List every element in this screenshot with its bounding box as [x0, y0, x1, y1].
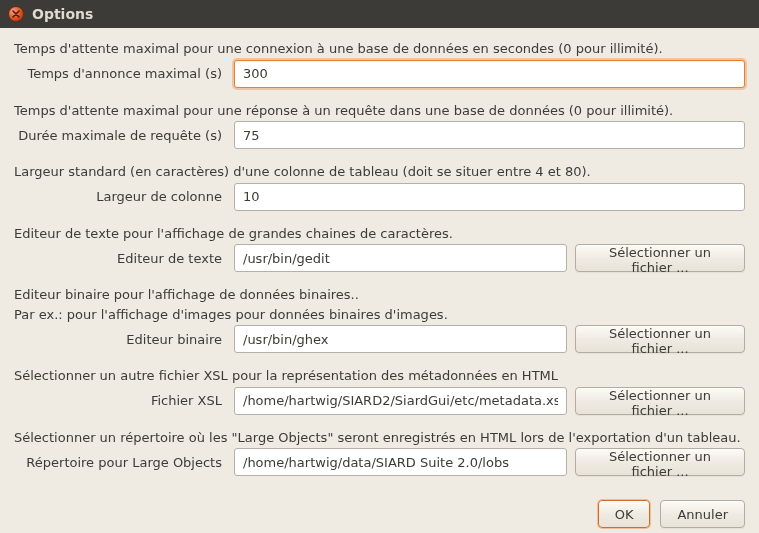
titlebar: Options	[0, 0, 759, 28]
cancel-button[interactable]: Annuler	[660, 500, 745, 528]
xsl-file-desc: Sélectionner un autre fichier XSL pour l…	[14, 367, 745, 385]
window-title: Options	[32, 6, 93, 22]
query-timeout-input[interactable]	[234, 121, 745, 149]
bin-editor-desc2: Par ex.: pour l'affichage d'images pour …	[14, 306, 745, 324]
close-icon[interactable]	[8, 6, 24, 22]
query-timeout-desc: Temps d'attente maximal pour une réponse…	[14, 102, 745, 120]
dialog-content: Temps d'attente maximal pour une connexi…	[0, 28, 759, 533]
lob-dir-input[interactable]	[234, 448, 567, 476]
text-editor-browse-button[interactable]: Sélectionner un fichier ...	[575, 244, 745, 272]
ok-button[interactable]: OK	[598, 500, 651, 528]
conn-timeout-label: Temps d'annonce maximal (s)	[14, 66, 226, 81]
lob-dir-browse-button[interactable]: Sélectionner un fichier ...	[575, 448, 745, 476]
xsl-file-input[interactable]	[234, 387, 567, 415]
lob-dir-desc: Sélectionner un répertoire où les "Large…	[14, 429, 745, 447]
col-width-label: Largeur de colonne	[14, 189, 226, 204]
lob-dir-label: Répertoire pour Large Objects	[14, 455, 226, 470]
query-timeout-label: Durée maximale de requête (s)	[14, 128, 226, 143]
conn-timeout-input[interactable]	[234, 60, 745, 88]
col-width-desc: Largeur standard (en caractères) d'une c…	[14, 163, 745, 181]
bin-editor-label: Editeur binaire	[14, 332, 226, 347]
dialog-footer: OK Annuler	[14, 490, 745, 528]
text-editor-input[interactable]	[234, 244, 567, 272]
xsl-file-browse-button[interactable]: Sélectionner un fichier ...	[575, 387, 745, 415]
xsl-file-label: Fichier XSL	[14, 393, 226, 408]
text-editor-label: Editeur de texte	[14, 251, 226, 266]
conn-timeout-desc: Temps d'attente maximal pour une connexi…	[14, 40, 745, 58]
col-width-input[interactable]	[234, 183, 745, 211]
bin-editor-desc1: Editeur binaire pour l'affichage de donn…	[14, 286, 745, 304]
bin-editor-browse-button[interactable]: Sélectionner un fichier ...	[575, 325, 745, 353]
bin-editor-input[interactable]	[234, 325, 567, 353]
text-editor-desc: Editeur de texte pour l'affichage de gra…	[14, 225, 745, 243]
